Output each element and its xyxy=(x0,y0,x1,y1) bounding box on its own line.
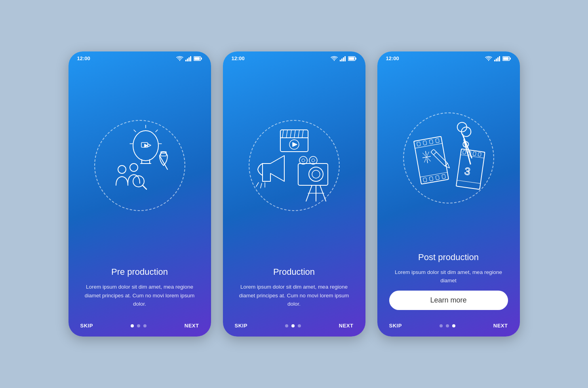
nav-bar-3: SKIP NEXT xyxy=(377,318,520,337)
illustration-area-2 xyxy=(223,64,365,267)
signal-icon-1 xyxy=(185,56,192,61)
signal-icon-3 xyxy=(494,56,500,61)
svg-rect-60 xyxy=(494,60,495,61)
screen-post-production: 12:00 xyxy=(377,51,520,337)
svg-rect-35 xyxy=(348,57,354,60)
next-button-1[interactable]: NEXT xyxy=(185,323,199,329)
dashed-circle-1 xyxy=(94,120,185,211)
svg-rect-30 xyxy=(341,59,343,61)
skip-button-2[interactable]: SKIP xyxy=(235,323,247,329)
screen-title-3: Post production xyxy=(389,252,508,262)
dot-3-2 xyxy=(446,324,449,327)
learn-more-button[interactable]: Learn more xyxy=(389,291,508,310)
status-time-2: 12:00 xyxy=(232,55,245,61)
wifi-icon-3 xyxy=(485,56,492,61)
dot-2-2 xyxy=(291,324,295,327)
dot-1-2 xyxy=(137,324,140,327)
svg-rect-32 xyxy=(344,56,346,61)
svg-rect-6 xyxy=(194,57,200,60)
svg-rect-61 xyxy=(496,59,497,61)
skip-button-3[interactable]: SKIP xyxy=(389,323,402,329)
svg-rect-2 xyxy=(188,57,190,61)
svg-rect-3 xyxy=(190,56,191,61)
dots-1 xyxy=(131,324,147,327)
dashed-circle-3 xyxy=(403,112,494,204)
dot-1-3 xyxy=(143,324,147,327)
wifi-icon-1 xyxy=(176,56,183,61)
svg-rect-34 xyxy=(355,57,356,59)
screen-pre-production: 12:00 xyxy=(69,51,211,337)
dot-3-1 xyxy=(440,324,443,327)
status-icons-1 xyxy=(176,56,202,61)
screen-body-3: Lorem ipsum dolor sit dim amet, mea regi… xyxy=(389,268,508,285)
svg-rect-0 xyxy=(185,60,186,61)
screen-body-1: Lorem ipsum dolor sit dim amet, mea regi… xyxy=(80,283,199,308)
dot-1-1 xyxy=(131,324,134,327)
wifi-icon-2 xyxy=(331,56,338,61)
svg-rect-1 xyxy=(187,59,188,61)
status-bar-3: 12:00 xyxy=(377,51,520,64)
status-time-1: 12:00 xyxy=(77,55,90,61)
illustration-area-1 xyxy=(69,64,211,267)
dashed-circle-2 xyxy=(249,120,340,211)
skip-button-1[interactable]: SKIP xyxy=(80,323,93,329)
dot-2-3 xyxy=(298,324,301,327)
screen-title-2: Production xyxy=(235,267,354,277)
screen-title-1: Pre production xyxy=(80,267,199,277)
illustration-area-3: 3 xyxy=(377,64,520,252)
next-button-3[interactable]: NEXT xyxy=(493,323,508,329)
dot-3-3 xyxy=(452,324,455,327)
screen-body-2: Lorem ipsum dolor sit dim amet, mea regi… xyxy=(235,283,354,308)
status-icons-2 xyxy=(331,56,357,61)
status-icons-3 xyxy=(485,56,511,61)
dots-3 xyxy=(440,324,455,327)
signal-icon-2 xyxy=(340,56,346,61)
svg-rect-5 xyxy=(201,57,202,59)
svg-rect-65 xyxy=(510,57,511,59)
battery-icon-3 xyxy=(502,56,511,61)
battery-icon-2 xyxy=(348,56,357,61)
status-bar-1: 12:00 xyxy=(69,51,211,64)
text-area-3: Post production Lorem ipsum dolor sit di… xyxy=(377,252,520,318)
nav-bar-2: SKIP NEXT xyxy=(223,318,365,337)
battery-icon-1 xyxy=(194,56,202,61)
text-area-1: Pre production Lorem ipsum dolor sit dim… xyxy=(69,267,211,318)
next-button-2[interactable]: NEXT xyxy=(339,323,354,329)
svg-rect-62 xyxy=(497,57,499,61)
dots-2 xyxy=(285,324,301,327)
svg-rect-29 xyxy=(340,60,341,61)
nav-bar-1: SKIP NEXT xyxy=(69,318,211,337)
status-bar-2: 12:00 xyxy=(223,51,365,64)
screen-production: 12:00 xyxy=(223,51,365,337)
svg-rect-31 xyxy=(343,57,344,61)
dot-2-1 xyxy=(285,324,288,327)
svg-rect-63 xyxy=(499,56,500,61)
svg-rect-66 xyxy=(503,57,508,60)
text-area-2: Production Lorem ipsum dolor sit dim ame… xyxy=(223,267,365,318)
status-time-3: 12:00 xyxy=(386,55,399,61)
